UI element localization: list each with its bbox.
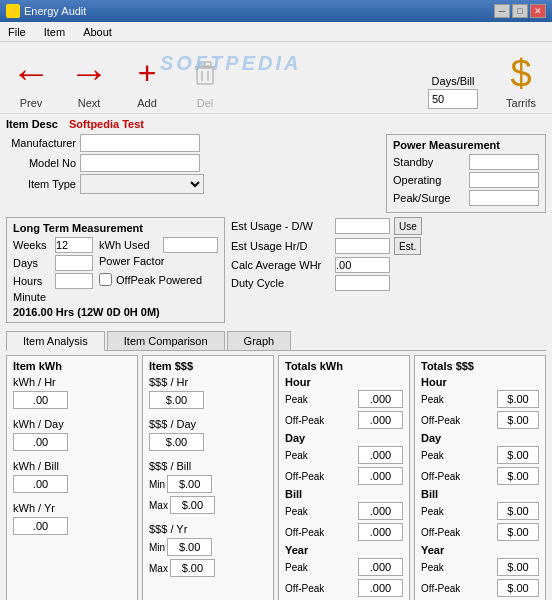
duty-input[interactable] [335, 275, 390, 291]
close-button[interactable]: ✕ [530, 4, 546, 18]
dollar-day-input[interactable] [149, 433, 204, 451]
totals-kwh-day-peak-label: Peak [285, 450, 308, 461]
totals-dollar-year-peak-input[interactable] [497, 558, 539, 576]
tarrifs-button[interactable]: $ Tarrifs [496, 51, 546, 109]
totals-kwh-hour-offpeak-input[interactable] [358, 411, 403, 429]
menu-bar: File Item About [0, 22, 552, 42]
totals-dollar-panel: Totals $$$ Hour Peak Off-Peak Day Peak O… [414, 355, 546, 600]
totals-dollar-day-peak-input[interactable] [497, 446, 539, 464]
daw-label: Est Usage - D/W [231, 220, 331, 232]
hrd-input[interactable] [335, 238, 390, 254]
kwh-hr-input[interactable] [13, 391, 68, 409]
kwh-day-input[interactable] [13, 433, 68, 451]
kwh-used-input[interactable] [163, 237, 218, 253]
totals-dollar-hour-offpeak-input[interactable] [497, 411, 539, 429]
kwh-bill-input[interactable] [13, 475, 68, 493]
weeks-input[interactable] [55, 237, 93, 253]
long-term-box: Long Term Measurement Weeks Days Hours [6, 217, 225, 323]
item-kwh-title: Item kWh [13, 360, 131, 372]
long-term-title: Long Term Measurement [13, 222, 218, 234]
panels-row: Item kWh kWh / Hr kWh / Day kWh / Bill [6, 355, 546, 600]
del-label: Del [197, 97, 214, 109]
weeks-label: Weeks [13, 239, 51, 251]
days-bill-input[interactable] [428, 89, 478, 109]
item-desc-value: Softpedia Test [69, 118, 144, 130]
totals-dollar-hour-peak-input[interactable] [497, 390, 539, 408]
totals-kwh-year-offpeak-input[interactable] [358, 579, 403, 597]
totals-kwh-day-peak-input[interactable] [358, 446, 403, 464]
menu-about[interactable]: About [79, 25, 116, 39]
type-select[interactable] [80, 174, 204, 194]
del-button[interactable]: Del [180, 51, 230, 109]
hours-input[interactable] [55, 273, 93, 289]
manufacturer-input[interactable] [80, 134, 200, 152]
dollar-hr-label: $$$ / Hr [149, 376, 194, 388]
kwh-yr-input[interactable] [13, 517, 68, 535]
use-button[interactable]: Use [394, 217, 422, 235]
totals-dollar-day-offpeak-input[interactable] [497, 467, 539, 485]
totals-kwh-day-offpeak-label: Off-Peak [285, 471, 324, 482]
tarrifs-label: Tarrifs [506, 97, 536, 109]
dollar-bill-min-input[interactable] [167, 475, 212, 493]
totals-dollar-bill-offpeak-input[interactable] [497, 523, 539, 541]
totals-dollar-year-offpeak-input[interactable] [497, 579, 539, 597]
totals-dollar-bill-peak-input[interactable] [497, 502, 539, 520]
power-factor-label: Power Factor [99, 255, 164, 267]
totals-kwh-bill-offpeak-input[interactable] [358, 523, 403, 541]
prev-button[interactable]: ← Prev [6, 51, 56, 109]
item-dollar-panel: Item $$$ $$$ / Hr $$$ / Day $$$ / Bill M… [142, 355, 274, 600]
totals-dollar-day-peak-label: Peak [421, 450, 444, 461]
operating-input[interactable] [469, 172, 539, 188]
add-button[interactable]: + Add [122, 51, 172, 109]
type-label: Item Type [6, 178, 76, 190]
minimize-button[interactable]: ─ [494, 4, 510, 18]
dollar-yr-max-input[interactable] [170, 559, 215, 577]
dollar-icon: $ [496, 51, 546, 95]
model-input[interactable] [80, 154, 200, 172]
next-button[interactable]: → Next [64, 51, 114, 109]
standby-input[interactable] [469, 154, 539, 170]
totals-kwh-year-offpeak-label: Off-Peak [285, 583, 324, 594]
totals-day-label: Day [285, 432, 403, 444]
hours-label: Hours [13, 275, 51, 287]
totals-dollar-year-peak-label: Peak [421, 562, 444, 573]
del-icon [180, 51, 230, 95]
totals-kwh-panel: Totals kWh Hour Peak Off-Peak Day Peak O… [278, 355, 410, 600]
bill-max-label: Max [149, 500, 168, 511]
totals-kwh-day-offpeak-input[interactable] [358, 467, 403, 485]
dollar-hr-input[interactable] [149, 391, 204, 409]
toolbar: ← Prev → Next + Add Del Days/Bill $ Tarr… [0, 42, 552, 114]
menu-file[interactable]: File [4, 25, 30, 39]
menu-item[interactable]: Item [40, 25, 69, 39]
tabs-row: Item Analysis Item Comparison Graph [6, 331, 546, 351]
tab-item-comparison[interactable]: Item Comparison [107, 331, 225, 350]
totals-year-label: Year [285, 544, 403, 556]
kwh-bill-label: kWh / Bill [13, 460, 59, 472]
app-title: Energy Audit [24, 5, 86, 17]
totals-kwh-year-peak-input[interactable] [358, 558, 403, 576]
daw-input[interactable] [335, 218, 390, 234]
dollar-bill-max-input[interactable] [170, 496, 215, 514]
totals-hour-label: Hour [285, 376, 403, 388]
totals-kwh-bill-peak-input[interactable] [358, 502, 403, 520]
offpeak-checkbox[interactable] [99, 273, 112, 286]
totals-bill-label: Bill [285, 488, 403, 500]
maximize-button[interactable]: □ [512, 4, 528, 18]
peak-surge-input[interactable] [469, 190, 539, 206]
totals-dollar-hour-label: Hour [421, 376, 539, 388]
dollar-yr-min-input[interactable] [167, 538, 212, 556]
manufacturer-label: Manufacturer [6, 137, 76, 149]
calc-input[interactable] [335, 257, 390, 273]
days-input[interactable] [55, 255, 93, 271]
window-controls: ─ □ ✕ [494, 4, 546, 18]
calc-label: Calc Average WHr [231, 259, 331, 271]
tab-item-analysis[interactable]: Item Analysis [6, 331, 105, 351]
totals-dollar-bill-label: Bill [421, 488, 539, 500]
totals-dollar-hour-peak-label: Peak [421, 394, 444, 405]
est-button[interactable]: Est. [394, 237, 421, 255]
totals-dollar-bill-offpeak-label: Off-Peak [421, 527, 460, 538]
totals-kwh-hour-peak-input[interactable] [358, 390, 403, 408]
tab-graph[interactable]: Graph [227, 331, 292, 350]
svg-rect-2 [197, 68, 213, 84]
yr-min-label: Min [149, 542, 165, 553]
